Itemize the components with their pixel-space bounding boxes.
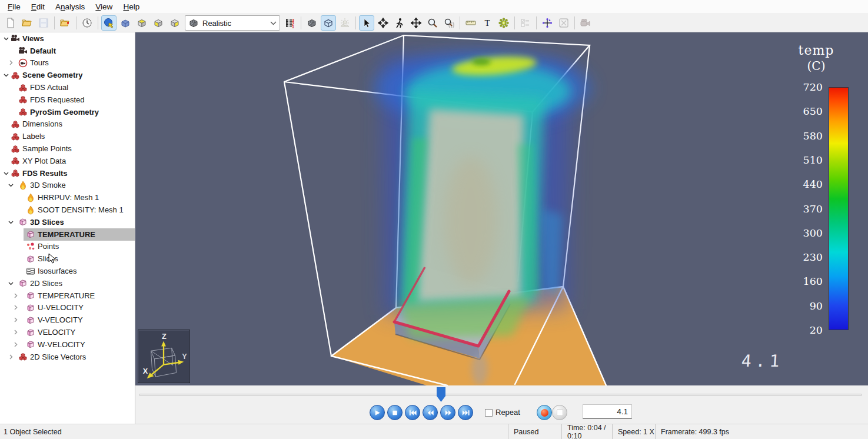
tree-item-temperature[interactable]: TEMPERATURE: [0, 228, 135, 241]
tree-item-points[interactable]: Points: [0, 241, 135, 253]
play-button[interactable]: [370, 405, 385, 420]
menu-view[interactable]: View: [90, 1, 118, 13]
stop-button[interactable]: [387, 405, 403, 420]
fast-forward-button[interactable]: [440, 405, 455, 420]
skip-end-button[interactable]: [458, 405, 473, 420]
collapsed-arrow-icon[interactable]: [6, 352, 15, 361]
expanded-arrow-icon[interactable]: [6, 181, 15, 189]
tree-item-fds-results[interactable]: FDS Results: [0, 167, 135, 179]
new-file-button[interactable]: [3, 15, 18, 31]
record-button[interactable]: [537, 405, 552, 420]
tree-item-soot-density-mesh-1[interactable]: SOOT DENSITY: Mesh 1: [0, 204, 135, 216]
snap-button[interactable]: [540, 15, 555, 31]
expanded-arrow-icon[interactable]: [2, 34, 10, 42]
cube-front-button[interactable]: [151, 15, 166, 31]
zoom-button[interactable]: [425, 15, 440, 31]
tree-item-2d-slices[interactable]: 2D Slices: [0, 277, 135, 290]
slice-icon: [18, 278, 28, 288]
cube-side-button[interactable]: [167, 15, 182, 31]
tree-item-fds-actual[interactable]: FDS Actual: [0, 81, 135, 94]
status-bar: 1 Object Selected Paused Time: 0:04 / 0:…: [0, 424, 868, 439]
tree-item-label: 3D Slices: [30, 218, 64, 227]
tree-item-v-velocity[interactable]: V-VELOCITY: [0, 314, 135, 326]
expanded-arrow-icon[interactable]: [6, 279, 15, 287]
mouse-cursor: [48, 253, 56, 264]
tree-item-velocity[interactable]: VELOCITY: [0, 326, 135, 338]
menu-file[interactable]: File: [2, 1, 26, 13]
blue-cube-button[interactable]: [118, 15, 133, 31]
cubes-icon: [18, 107, 28, 117]
gear-button[interactable]: [496, 15, 511, 31]
rewind-button[interactable]: [423, 405, 438, 420]
tree-item-tours[interactable]: Tours: [0, 57, 135, 69]
tree-item-label: SOOT DENSITY: Mesh 1: [38, 205, 124, 214]
toolbar-separator: [96, 16, 100, 29]
zoom-box-button[interactable]: [441, 15, 457, 31]
tree-item-default[interactable]: Default: [0, 45, 135, 57]
expanded-arrow-icon[interactable]: [2, 169, 10, 177]
time-input[interactable]: [583, 404, 632, 419]
tree-item-scene-geometry[interactable]: Scene Geometry: [0, 69, 135, 81]
orbit-icon: [378, 18, 388, 28]
pan-button[interactable]: [408, 15, 424, 31]
tree-item-label: FDS Requested: [30, 95, 85, 104]
time-slider-track[interactable]: [139, 394, 862, 396]
collapsed-arrow-icon[interactable]: [11, 291, 19, 300]
collapsed-arrow-icon[interactable]: [11, 304, 19, 312]
expanded-arrow-icon[interactable]: [2, 71, 10, 79]
repeat-checkbox[interactable]: [485, 409, 493, 417]
tree-item-3d-slices[interactable]: 3D Slices: [0, 216, 135, 228]
tree-item-label: Sample Points: [22, 144, 72, 153]
wire-cube-button[interactable]: [321, 15, 336, 31]
text-icon: T: [482, 18, 493, 28]
cursor-button[interactable]: [359, 15, 374, 31]
tree-item-dimensions[interactable]: Dimensions: [0, 118, 135, 131]
tree-item-fds-requested[interactable]: FDS Requested: [0, 94, 135, 106]
cube-top-button[interactable]: [134, 15, 149, 31]
3d-viewport[interactable]: temp (C) 7206505805104403703002301609020…: [135, 32, 868, 385]
tree-item-label: W-VELOCITY: [38, 340, 85, 349]
legend-tick: 20: [787, 324, 823, 336]
walk-button[interactable]: [392, 15, 407, 31]
time-slider-handle[interactable]: [437, 387, 445, 402]
tree-item-label: PyroSim Geometry: [30, 108, 99, 117]
walk-icon: [394, 18, 405, 28]
clock-button[interactable]: [79, 15, 95, 31]
tree-item-pyrosim-geometry[interactable]: PyroSim Geometry: [0, 106, 135, 118]
status-time: Time: 0:04 / 0:10: [561, 424, 612, 439]
collapsed-arrow-icon[interactable]: [11, 316, 19, 324]
tree-item-xy-plot-data[interactable]: XY Plot Data: [0, 155, 135, 167]
collapsed-arrow-icon[interactable]: [11, 340, 19, 348]
menu-analysis[interactable]: Analysis: [50, 1, 90, 13]
collapsed-arrow-icon[interactable]: [6, 59, 15, 67]
expanded-arrow-icon[interactable]: [6, 218, 15, 226]
menu-help[interactable]: Help: [118, 1, 145, 13]
open-folder-button[interactable]: [19, 15, 35, 31]
orbit-button[interactable]: [375, 15, 391, 31]
slice-icon: [26, 254, 35, 264]
text-button[interactable]: T: [480, 15, 495, 31]
select-object-button[interactable]: [101, 15, 117, 31]
tree-item-isosurfaces[interactable]: Isosurfaces: [0, 265, 135, 277]
ruler-button[interactable]: [463, 15, 478, 31]
render-mode-dropdown[interactable]: Realistic: [185, 15, 280, 31]
menu-edit[interactable]: Edit: [26, 1, 50, 13]
collapsed-arrow-icon[interactable]: [11, 328, 19, 337]
iso-icon: [26, 267, 35, 276]
tree-item-label: Dimensions: [22, 119, 62, 128]
tree-item-w-velocity[interactable]: W-VELOCITY: [0, 338, 135, 351]
tree-item-2d-slice-vectors[interactable]: 2D Slice Vectors: [0, 351, 135, 363]
tree-item-labels[interactable]: Labels: [0, 130, 135, 142]
tree-item-sample-points[interactable]: Sample Points: [0, 142, 135, 155]
mesh-cube-button[interactable]: [304, 15, 320, 31]
import-model-button[interactable]: [58, 15, 73, 31]
tree-item-slices[interactable]: Slices: [0, 252, 135, 265]
tree-item-hrrpuv-mesh-1[interactable]: HRRPUV: Mesh 1: [0, 191, 135, 204]
tree-item-u-velocity[interactable]: U-VELOCITY: [0, 302, 135, 314]
skip-start-button[interactable]: [405, 405, 420, 420]
tree-item-views[interactable]: Views: [0, 32, 135, 45]
stop-record-button[interactable]: [552, 405, 567, 420]
tree-item-3d-smoke[interactable]: 3D Smoke: [0, 179, 135, 192]
sequence-button[interactable]: 321: [282, 15, 298, 31]
tree-item-temperature[interactable]: TEMPERATURE: [0, 290, 135, 302]
